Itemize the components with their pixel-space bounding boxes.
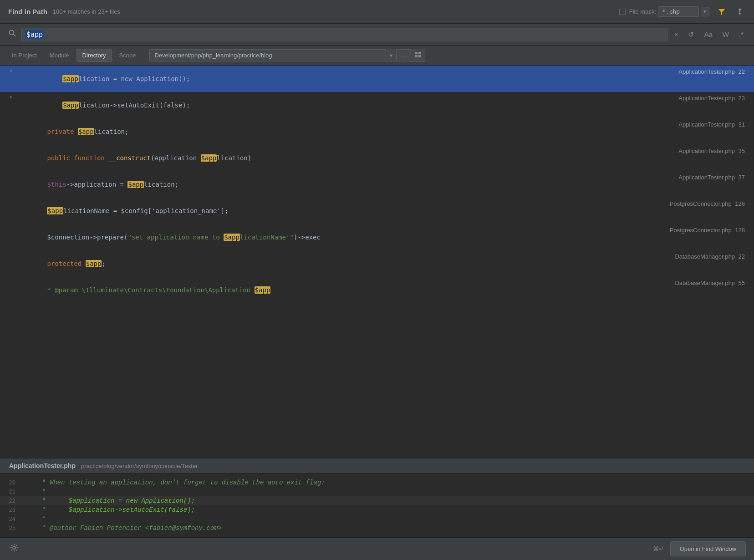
pin-icon <box>736 8 744 16</box>
svg-rect-9 <box>415 55 418 57</box>
tab-in-project[interactable]: In Project <box>6 49 42 61</box>
result-code: $applicationName = $config['application_… <box>16 200 665 222</box>
file-mask-input[interactable] <box>658 6 699 17</box>
result-code: $application->setAutoExit(false); <box>16 94 674 116</box>
table-row[interactable]: * $application->setAutoExit(false); Appl… <box>0 92 754 118</box>
svg-point-11 <box>13 546 15 549</box>
preview-code: 20 * When testing an application, don't … <box>0 473 754 537</box>
grid-icon <box>415 51 421 58</box>
filter-icon-button[interactable] <box>716 6 728 18</box>
svg-line-6 <box>14 35 16 37</box>
pin-icon-button[interactable] <box>734 6 746 18</box>
svg-marker-0 <box>718 9 725 15</box>
preview-header: ApplicationTester.php practice/blog/vend… <box>0 458 754 473</box>
table-row[interactable]: * @param \Illuminate\Contracts\Foundatio… <box>0 277 754 303</box>
match-case-button[interactable]: Aa <box>702 29 714 40</box>
result-file: ApplicationTester.php 37 <box>678 174 745 181</box>
code-line: 25 * @author Fabien Potencier <fabien@sy… <box>0 524 754 533</box>
directory-grid-button[interactable] <box>411 49 425 62</box>
code-line-content: * @author Fabien Potencier <fabien@symfo… <box>23 524 754 532</box>
result-file: DatabaseManager.php 55 <box>675 280 745 286</box>
refresh-search-button[interactable]: ↺ <box>686 29 696 40</box>
tab-scope[interactable]: Scope <box>114 49 142 61</box>
preview-filename: ApplicationTester.php <box>9 462 76 469</box>
gear-icon <box>10 544 18 552</box>
panel-title: Find in Path <box>8 8 47 15</box>
match-count: 100+ matches in 23+ files <box>53 8 120 15</box>
result-code: private $application; <box>16 121 674 143</box>
file-mask-dropdown-button[interactable]: ▾ <box>701 7 709 16</box>
code-line: 22 * $application = new Application(); <box>0 496 754 505</box>
svg-rect-8 <box>418 52 421 54</box>
directory-input[interactable] <box>149 49 386 61</box>
table-row[interactable]: $this->application = $application; Appli… <box>0 171 754 198</box>
code-line-content: * When testing an application, don't for… <box>23 479 754 486</box>
line-number: 25 <box>0 525 23 532</box>
result-code: * @param \Illuminate\Contracts\Foundatio… <box>16 279 670 301</box>
magnifier-icon <box>8 29 16 37</box>
clear-search-button[interactable]: × <box>672 29 681 40</box>
code-line: 23 * $application->setAutoExit(false); <box>0 505 754 514</box>
code-line: 24 * <box>0 514 754 524</box>
table-row[interactable]: public function __construct(Application … <box>0 145 754 171</box>
line-number: 23 <box>0 507 23 514</box>
code-line-content: * $application->setAutoExit(false); <box>23 506 754 514</box>
table-row[interactable]: $connection->prepare("set application_na… <box>0 224 754 250</box>
search-action-icons: × ↺ Aa W .* <box>672 29 746 40</box>
directory-dropdown-button[interactable]: ▾ <box>386 50 397 61</box>
result-marker: * <box>9 69 16 76</box>
file-mask-checkbox[interactable] <box>619 9 626 15</box>
header-bar: Find in Path 100+ matches in 23+ files F… <box>0 0 754 24</box>
result-code: $connection->prepare("set application_na… <box>16 226 665 248</box>
line-number: 24 <box>0 516 23 523</box>
svg-rect-7 <box>415 52 418 54</box>
search-query: $app <box>25 30 44 39</box>
code-line-content: * <box>23 515 754 523</box>
open-in-find-window-button[interactable]: Open in Find Window <box>670 541 746 556</box>
table-row[interactable]: * $application = new Application(); Appl… <box>0 66 754 92</box>
header-right-controls: File mask: ▾ <box>619 6 746 18</box>
svg-point-1 <box>739 8 741 10</box>
tab-directory[interactable]: Directory <box>76 49 112 62</box>
result-file: ApplicationTester.php 22 <box>678 68 745 75</box>
keyboard-shortcut: ⌘↵ <box>653 545 664 552</box>
directory-select-group: ▾ ... <box>149 49 425 62</box>
filter-icon <box>718 8 726 16</box>
result-code: $application = new Application(); <box>16 68 674 90</box>
find-in-path-panel: Find in Path 100+ matches in 23+ files F… <box>0 0 754 560</box>
line-number: 22 <box>0 498 23 504</box>
table-row[interactable]: $applicationName = $config['application_… <box>0 198 754 224</box>
settings-gear-button[interactable] <box>8 542 20 556</box>
search-magnifier-icon <box>8 29 16 40</box>
result-file: ApplicationTester.php 31 <box>678 121 745 128</box>
code-line: 20 * When testing an application, don't … <box>0 478 754 487</box>
result-file: ApplicationTester.php 35 <box>678 148 745 154</box>
file-mask-group: File mask: ▾ <box>619 6 709 17</box>
file-mask-label: File mask: <box>629 8 656 15</box>
svg-rect-2 <box>739 10 740 14</box>
result-code: $this->application = $application; <box>16 173 674 195</box>
preview-path: practice/blog/vendor/symfony/console/Tes… <box>81 463 198 469</box>
table-row[interactable]: private $application; ApplicationTester.… <box>0 118 754 145</box>
result-code: public function __construct(Application … <box>16 147 674 169</box>
directory-browse-button[interactable]: ... <box>397 49 411 61</box>
svg-rect-10 <box>418 55 421 57</box>
line-number: 20 <box>0 480 23 486</box>
result-marker: * <box>9 95 16 102</box>
code-line-content: * $application = new Application(); <box>23 497 754 504</box>
code-line-content: * <box>23 488 754 495</box>
results-list[interactable]: * $application = new Application(); Appl… <box>0 66 754 458</box>
whole-word-button[interactable]: W <box>720 29 731 40</box>
footer-bar: ⌘↵ Open in Find Window <box>0 537 754 560</box>
tabs-bar: In Project Module Directory Scope ▾ ... <box>0 46 754 66</box>
search-bar: $app × ↺ Aa W .* <box>0 24 754 46</box>
result-code: protected $app; <box>16 253 670 275</box>
search-input-container[interactable]: $app <box>21 28 667 41</box>
result-file: DatabaseManager.php 22 <box>675 253 745 260</box>
result-file: ApplicationTester.php 23 <box>678 95 745 102</box>
table-row[interactable]: protected $app; DatabaseManager.php 22 <box>0 250 754 277</box>
tab-module[interactable]: Module <box>44 49 75 61</box>
line-number: 21 <box>0 489 23 495</box>
result-file: PostgresConnector.php 128 <box>670 227 745 234</box>
regex-button[interactable]: .* <box>737 29 746 40</box>
